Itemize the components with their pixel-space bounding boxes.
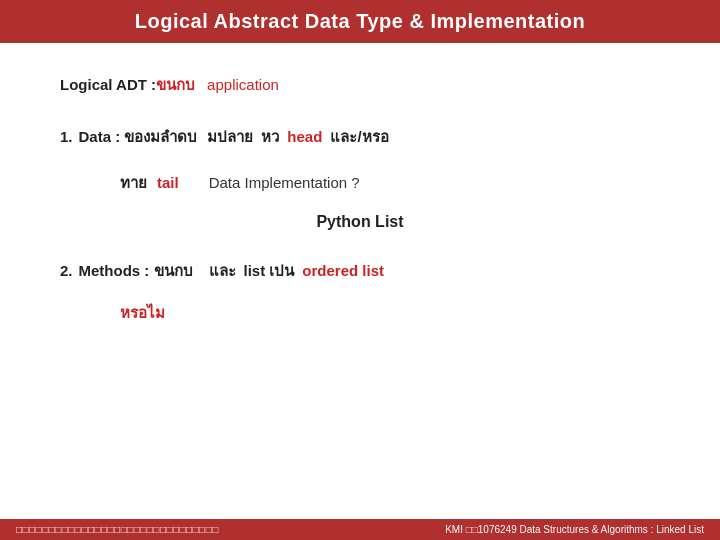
data-item-head: head — [287, 128, 322, 145]
python-list-row: Python List — [60, 213, 660, 231]
methods-item-ordered: ordered list — [302, 262, 384, 279]
footer-left: □□□□□□□□□□□□□□□□□□□□□□□□□□□□□□□ — [16, 524, 437, 535]
methods-content: และ list เปน ordered list — [209, 259, 385, 283]
data-impl-text: Data Implementation ? — [209, 174, 360, 191]
slide: Logical Abstract Data Type & Implementat… — [0, 0, 720, 540]
data-row: 1. Data : ของมลำดบ มปลาย หว head และ/หรอ — [60, 125, 660, 149]
hromain-thai: หรอไม — [120, 304, 165, 321]
data-item-andor: และ/หรอ — [330, 125, 388, 149]
data-number: 1. — [60, 128, 73, 145]
methods-label: Methods : ขนกบ — [79, 259, 193, 283]
data-label: Data : ของมลำดบ — [79, 125, 198, 149]
slide-header: Logical Abstract Data Type & Implementat… — [0, 0, 720, 43]
hromain-row: หรอไม — [120, 301, 660, 325]
methods-number: 2. — [60, 262, 73, 279]
data-items: มปลาย หว head และ/หรอ — [207, 125, 388, 149]
footer-right: KMI □□1076249 Data Structures & Algorith… — [445, 524, 704, 535]
slide-footer: □□□□□□□□□□□□□□□□□□□□□□□□□□□□□□□ KMI □□10… — [0, 519, 720, 540]
methods-item-and: และ — [209, 259, 236, 283]
python-list-text: Python List — [316, 213, 403, 230]
header-title: Logical Abstract Data Type & Implementat… — [135, 10, 585, 32]
data-item-hw: หว — [261, 125, 279, 149]
tail-thai: ทาย — [120, 171, 147, 195]
logical-adt-label: Logical ADT : — [60, 76, 156, 93]
logical-adt-eng: application — [207, 76, 279, 93]
data-item-mplay: มปลาย — [207, 125, 253, 149]
methods-item-list: list เปน — [244, 259, 295, 283]
logical-adt-row: Logical ADT : ขนกบ application — [60, 73, 660, 97]
logical-adt-thai: ขนกบ — [156, 73, 195, 97]
content-area: Logical ADT : ขนกบ application 1. Data :… — [0, 43, 720, 519]
tail-eng: tail — [157, 174, 179, 191]
methods-row: 2. Methods : ขนกบ และ list เปน ordered l… — [60, 259, 660, 283]
tail-row: ทาย tail Data Implementation ? — [120, 171, 660, 195]
